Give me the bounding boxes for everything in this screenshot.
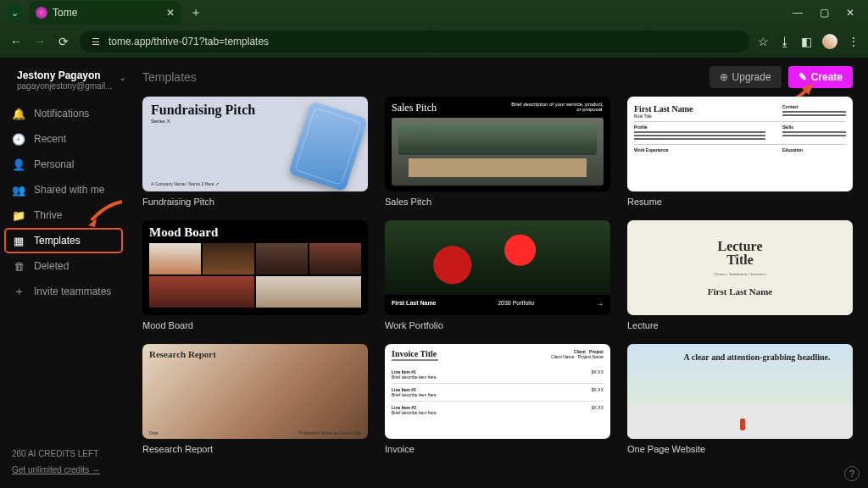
sidebar-item-personal[interactable]: 👤 Personal xyxy=(5,152,122,176)
user-menu[interactable]: Jestony Pagayon pagayonjestony@gmail... … xyxy=(5,66,122,100)
tab-title: Tome xyxy=(53,7,77,19)
flower-photo-icon xyxy=(385,220,610,295)
person-icon: 👤 xyxy=(12,158,25,171)
site-info-icon[interactable]: ☰ xyxy=(88,36,103,48)
template-label: Fundraising Pitch xyxy=(142,197,368,207)
get-credits-link[interactable]: Get unlimited credits → xyxy=(12,465,100,474)
trash-icon: 🗑 xyxy=(12,259,25,273)
template-card-lecture[interactable]: LectureTitle Course / Institution / Seme… xyxy=(627,220,853,330)
back-icon[interactable]: ← xyxy=(8,35,24,48)
phone-illustration-icon xyxy=(288,101,368,191)
sidebar-item-deleted[interactable]: 🗑 Deleted xyxy=(5,254,122,278)
template-card-resume[interactable]: First Last NameRole Title Contact Profil… xyxy=(627,97,853,207)
template-card-website[interactable]: Website Name A clear and attention-grabb… xyxy=(627,344,853,454)
sidebar-label: Invite teammates xyxy=(34,286,111,297)
sidebar-label: Shared with me xyxy=(34,184,104,196)
favicon-icon xyxy=(36,7,47,19)
add-person-icon: ＋ xyxy=(12,285,25,298)
template-label: Work Portfolio xyxy=(385,320,610,330)
create-label: Create xyxy=(811,71,843,83)
template-card-invoice[interactable]: Invoice Title Client Project Client Name… xyxy=(385,344,610,454)
template-label: Research Report xyxy=(142,444,368,454)
url-text: tome.app/thrive-071?tab=templates xyxy=(108,36,269,47)
bell-icon: 🔔 xyxy=(12,107,25,120)
template-card-mood[interactable]: Mood Board Mood Board xyxy=(142,220,368,330)
help-button[interactable]: ? xyxy=(844,466,860,481)
downloads-icon[interactable]: ⭳ xyxy=(779,35,791,48)
create-icon: ✎ xyxy=(798,71,807,83)
extensions-icon[interactable]: ◧ xyxy=(801,35,812,48)
window-minimize-icon[interactable]: — xyxy=(793,7,803,19)
create-button[interactable]: ✎ Create xyxy=(788,66,853,88)
reload-icon[interactable]: ⟳ xyxy=(56,35,71,48)
browser-menu-icon[interactable]: ⌄ xyxy=(5,3,24,22)
template-label: One Page Website xyxy=(627,444,853,454)
templates-grid: Fundraising Pitch Series X A Company Nam… xyxy=(142,97,853,454)
template-label: Mood Board xyxy=(142,320,368,330)
templates-icon: ▦ xyxy=(12,234,25,247)
user-email: pagayonjestony@gmail... xyxy=(17,81,112,91)
window-close-icon[interactable]: ✕ xyxy=(846,7,854,19)
template-card-portfolio[interactable]: First Last Name 2030 Portfolio → Work Po… xyxy=(385,220,610,330)
arrow-right-icon: → xyxy=(596,300,604,308)
template-card-fundraising[interactable]: Fundraising Pitch Series X A Company Nam… xyxy=(142,97,368,207)
sidebar-label: Templates xyxy=(34,235,81,247)
sidebar: Jestony Pagayon pagayonjestony@gmail... … xyxy=(0,58,127,488)
user-name: Jestony Pagayon xyxy=(17,69,112,81)
sidebar-item-recent[interactable]: 🕘 Recent xyxy=(5,127,122,151)
window-maximize-icon[interactable]: ▢ xyxy=(820,7,829,19)
sidebar-label: Notifications xyxy=(34,108,89,119)
template-label: Sales Pitch xyxy=(385,197,610,207)
browser-tab[interactable]: Tome ✕ xyxy=(29,1,181,25)
credits-remaining: 260 AI CREDITS LEFT xyxy=(12,449,115,458)
template-card-report[interactable]: Research Report Date Publication Name or… xyxy=(142,344,368,454)
upgrade-button[interactable]: ⊕ Upgrade xyxy=(709,66,782,88)
sidebar-item-notifications[interactable]: 🔔 Notifications xyxy=(5,102,122,125)
person-figure-icon xyxy=(740,419,745,430)
profile-avatar-icon[interactable] xyxy=(822,34,837,49)
sidebar-label: Deleted xyxy=(34,260,69,272)
template-label: Invoice xyxy=(385,444,610,454)
sidebar-item-thrive[interactable]: 📁 Thrive xyxy=(5,203,122,227)
people-icon: 👥 xyxy=(12,183,25,197)
upgrade-icon: ⊕ xyxy=(720,71,728,83)
new-tab-button[interactable]: ＋ xyxy=(186,5,205,20)
template-label: Lecture xyxy=(627,320,853,330)
template-card-sales[interactable]: Sales Pitch Brief description of your se… xyxy=(385,97,610,207)
template-label: Resume xyxy=(627,197,853,207)
address-bar[interactable]: ☰ tome.app/thrive-071?tab=templates xyxy=(80,30,749,53)
sidebar-item-invite[interactable]: ＋ Invite teammates xyxy=(5,280,122,303)
bookmark-icon[interactable]: ☆ xyxy=(758,35,769,48)
forward-icon[interactable]: → xyxy=(32,35,47,48)
folder-icon: 📁 xyxy=(12,208,25,222)
sidebar-label: Recent xyxy=(34,133,66,145)
close-tab-icon[interactable]: ✕ xyxy=(166,7,175,19)
clock-icon: 🕘 xyxy=(12,132,25,146)
sidebar-item-shared[interactable]: 👥 Shared with me xyxy=(5,178,122,202)
upgrade-label: Upgrade xyxy=(732,71,771,83)
sidebar-item-templates[interactable]: ▦ Templates xyxy=(5,229,122,252)
sidebar-label: Personal xyxy=(34,158,74,170)
kebab-menu-icon[interactable]: ⋮ xyxy=(848,35,860,48)
page-title: Templates xyxy=(142,70,197,84)
sidebar-label: Thrive xyxy=(34,209,62,221)
chevron-down-icon: ⌄ xyxy=(119,72,126,83)
kitchen-photo-icon xyxy=(392,118,604,186)
